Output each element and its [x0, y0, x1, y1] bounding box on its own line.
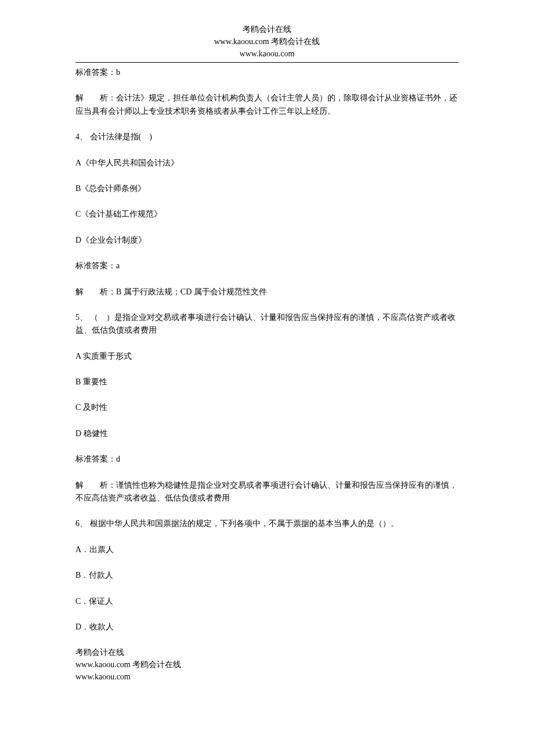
q4-answer: 标准答案：a: [75, 260, 459, 272]
q4-stem: 4、 会计法律是指( ): [75, 131, 459, 143]
q4-analysis: 解 析：B 属于行政法规；CD 属于会计规范性文件: [75, 286, 459, 298]
header-line-1: 考鸥会计在线: [75, 23, 459, 35]
header-line-3: www.kaoou.com: [75, 48, 459, 60]
header-line-2: www.kaoou.com 考鸥会计在线: [75, 35, 459, 48]
q5-option-b: B 重要性: [75, 376, 459, 388]
page-header: 考鸥会计在线 www.kaoou.com 考鸥会计在线 www.kaoou.co…: [75, 23, 459, 60]
q3-analysis: 解 析：会计法》规定，担任单位会计机构负责人（会计主管人员）的，除取得会计从业资…: [75, 92, 459, 118]
q6-option-a: A．出票人: [75, 543, 459, 556]
q6-option-b: B．付款人: [75, 569, 459, 582]
q6-stem: 6、 根据中华人民共和国票据法的规定，下列各项中，不属于票据的基本当事人的是（）…: [75, 517, 459, 530]
q5-analysis: 解 析：谨慎性也称为稳健性是指企业对交易或者事项进行会计确认、计量和报告应当保持…: [75, 479, 459, 505]
q4-option-a: A《中华人民共和国会计法》: [75, 157, 459, 170]
q6-option-d: D．收款人: [75, 621, 459, 633]
q5-option-d: D 稳健性: [75, 427, 459, 440]
footer-line-1: 考鸥会计在线: [75, 646, 459, 658]
header-divider: [75, 62, 459, 63]
q4-option-d: D《企业会计制度》: [75, 234, 459, 247]
document-page: 考鸥会计在线 www.kaoou.com 考鸥会计在线 www.kaoou.co…: [0, 0, 534, 700]
q5-option-a: A 实质重于形式: [75, 350, 459, 363]
q4-option-b: B《总会计师条例》: [75, 182, 459, 195]
q5-answer: 标准答案：d: [75, 453, 459, 466]
footer-line-3: www.kaoou.com: [75, 671, 459, 683]
page-footer: 考鸥会计在线 www.kaoou.com 考鸥会计在线 www.kaoou.co…: [75, 646, 459, 683]
q3-answer: 标准答案：b: [75, 66, 459, 79]
q6-option-c: C．保证人: [75, 595, 459, 608]
footer-line-2: www.kaoou.com 考鸥会计在线: [75, 658, 459, 671]
q5-stem: 5、 （ ）是指企业对交易或者事项进行会计确认、计量和报告应当保持应有的谨慎，不…: [75, 311, 459, 337]
q4-option-c: C《会计基础工作规范》: [75, 208, 459, 221]
document-body: 标准答案：b 解 析：会计法》规定，担任单位会计机构负责人（会计主管人员）的，除…: [75, 66, 459, 633]
q5-option-c: C 及时性: [75, 401, 459, 414]
